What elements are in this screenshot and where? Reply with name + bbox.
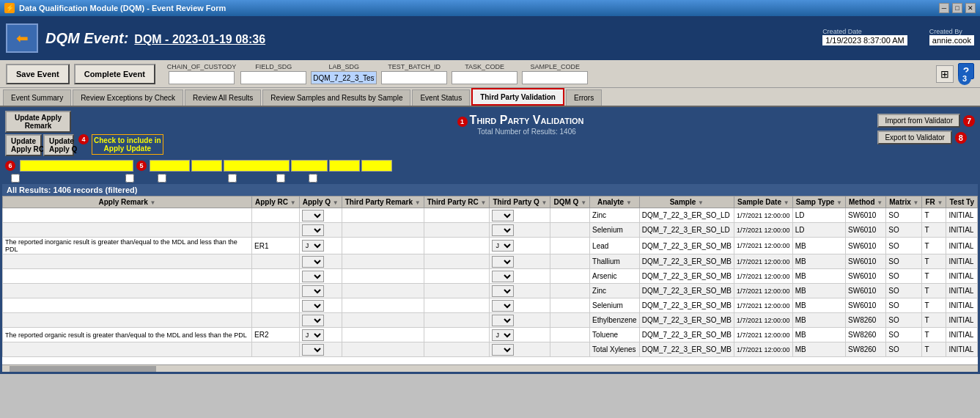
col-sample: Sample ▼ <box>639 197 734 208</box>
badge-5: 5 <box>136 161 147 171</box>
col-apply-q: Apply Q ▼ <box>299 197 342 208</box>
badge-7: 7 <box>963 115 975 127</box>
update-apply-remark-button[interactable]: Update ApplyRemark <box>5 111 71 133</box>
badge-6: 6 <box>5 161 15 171</box>
col-samp-type: Samp Type ▼ <box>792 197 845 208</box>
badge-1: 1 <box>457 117 468 127</box>
tpv-title: Third Party Validation <box>470 114 584 126</box>
table-row: The reported organic result is greater t… <box>3 328 978 342</box>
created-by-value: annie.cook <box>929 35 974 45</box>
filter-rc[interactable] <box>150 160 190 172</box>
table-row: ZincDQM_7_22_3_ER_SO_MB1/7/2021 12:00:00… <box>3 284 978 298</box>
table-row: EthylbenzeneDQM_7_22_3_ER_SO_MB1/7/2021 … <box>3 313 978 328</box>
import-validator-button[interactable]: Import from Validator <box>877 114 960 128</box>
badge-8: 8 <box>955 132 967 144</box>
header-meta: Created Date 1/19/2023 8:37:00 AM Create… <box>822 28 974 48</box>
tab-event-summary[interactable]: Event Summary <box>3 89 71 106</box>
minimize-button[interactable]: ─ <box>939 3 949 13</box>
window-controls: ─ □ ✕ <box>939 3 976 13</box>
close-button[interactable]: ✕ <box>965 3 976 13</box>
nav-tabs: Event Summary Review Exceptions by Check… <box>0 88 980 107</box>
filter-fields: CHAIN_OF_CUSTODY FIELD_SDG LAB_SDG TEST_… <box>167 63 588 84</box>
chain-custody-input[interactable] <box>169 71 235 84</box>
table-row: ZincDQM_7_22_3_ER_SO_LD1/7/2021 12:00:00… <box>3 208 978 223</box>
col-matrix: Matrix ▼ <box>886 197 922 208</box>
task-code-label: TASK_CODE <box>465 63 504 70</box>
task-code-input[interactable] <box>452 71 517 84</box>
update-apply-rc-button[interactable]: UpdateApply RC <box>5 134 42 156</box>
checkbox-apply-q[interactable] <box>158 174 166 183</box>
filter-tp-remark[interactable] <box>224 160 290 172</box>
check-include-label: Check to include inApply Update <box>92 134 163 155</box>
col-analyte: Analyte ▼ <box>590 197 640 208</box>
table-row: ThalliumDQM_7_22_3_ER_SO_MB1/7/2021 12:0… <box>3 254 978 269</box>
test-batch-label: TEST_BATCH_ID <box>388 63 441 70</box>
filter-dqm-q[interactable] <box>361 160 392 172</box>
tpv-total-results: Total Number of Results: 1406 <box>477 128 576 136</box>
badge-4: 4 <box>78 134 89 144</box>
col-test-type: Test Ty <box>946 197 978 208</box>
col-tp-remark: Third Party Remark ▼ <box>342 197 424 208</box>
app-icon: ⚡ <box>4 3 15 13</box>
export-validator-button[interactable]: Export to Validator <box>877 131 952 144</box>
col-fr: FR ▼ <box>922 197 946 208</box>
table-row: SeleniumDQM_7_22_3_ER_SO_LD1/7/2021 12:0… <box>3 223 978 238</box>
created-date-label: Created Date <box>822 28 907 35</box>
save-event-button[interactable]: Save Event <box>6 64 70 84</box>
restore-button[interactable]: □ <box>952 3 962 13</box>
col-apply-rc: Apply RC ▼ <box>252 197 300 208</box>
results-table: Apply Remark ▼ Apply RC ▼ Apply Q ▼ Thir… <box>2 196 978 357</box>
checkbox-tp-rc[interactable] <box>276 174 285 183</box>
field-sdg-input[interactable] <box>240 71 306 84</box>
back-button[interactable]: ⬅ <box>6 23 38 53</box>
col-method: Method ▼ <box>846 197 886 208</box>
col-apply-remark: Apply Remark ▼ <box>3 197 252 208</box>
dqm-event-label: DQM Event: <box>45 30 128 47</box>
col-tp-q: Third Party Q ▼ <box>490 197 550 208</box>
tab-review-exceptions[interactable]: Review Exceptions by Check <box>73 89 183 106</box>
filter-remark[interactable] <box>20 160 133 172</box>
dqm-event-value: DQM - 2023-01-19 08:36 <box>134 33 265 46</box>
records-header: All Results: 1406 records (filtered) <box>2 184 978 196</box>
title-bar: ⚡ Data Qualification Module (DQM) - Even… <box>0 0 980 16</box>
update-apply-q-button[interactable]: UpdateApply Q <box>43 134 74 156</box>
tab-event-status[interactable]: Event Status <box>412 89 470 106</box>
filter-tp-rc[interactable] <box>291 160 328 172</box>
checkbox-apply-remark[interactable] <box>11 174 20 183</box>
tab-errors[interactable]: Errors <box>566 89 602 106</box>
table-row: Total XylenesDQM_7_22_3_ER_SO_MB1/7/2021… <box>3 342 978 357</box>
window-title: Data Qualification Module (DQM) - Event … <box>19 4 226 12</box>
checkbox-apply-rc[interactable] <box>125 174 134 183</box>
complete-event-button[interactable]: Complete Event <box>74 64 155 84</box>
field-sdg-label: FIELD_SDG <box>255 63 292 70</box>
created-date-value: 1/19/2023 8:37:00 AM <box>822 35 907 45</box>
col-tp-rc: Third Party RC ▼ <box>424 197 490 208</box>
badge-3: 3 <box>958 72 971 85</box>
grid-settings-button[interactable]: ⊞ <box>936 65 954 83</box>
sample-code-label: SAMPLE_CODE <box>530 63 580 70</box>
checkbox-tp-remark[interactable] <box>228 174 237 183</box>
tab-review-all[interactable]: Review All Results <box>185 89 261 106</box>
col-sample-date: Sample Date ▼ <box>734 197 792 208</box>
created-by-label: Created By <box>929 28 974 35</box>
checkbox-tp-q[interactable] <box>309 174 317 183</box>
tab-third-party[interactable]: Third Party Validation <box>471 88 564 106</box>
table-row: ArsenicDQM_7_22_3_ER_SO_MB1/7/2021 12:00… <box>3 269 978 284</box>
lab-sdg-input[interactable] <box>311 71 377 84</box>
filter-q[interactable] <box>191 160 222 172</box>
header: ⬅ DQM Event: DQM - 2023-01-19 08:36 Crea… <box>0 16 980 60</box>
test-batch-input[interactable] <box>381 71 447 84</box>
tab-review-samples[interactable]: Review Samples and Results by Sample <box>262 89 410 106</box>
toolbar: Save Event Complete Event CHAIN_OF_CUSTO… <box>0 60 980 88</box>
table-row: SeleniumDQM_7_22_3_ER_SO_MB1/7/2021 12:0… <box>3 298 978 313</box>
horizontal-scrollbar[interactable] <box>2 364 978 372</box>
filter-tp-q[interactable] <box>329 160 360 172</box>
table-row: The reported inorganic result is greater… <box>3 238 978 254</box>
col-dqm-q: DQM Q ▼ <box>550 197 590 208</box>
chain-custody-label: CHAIN_OF_CUSTODY <box>167 63 236 70</box>
sample-code-input[interactable] <box>522 71 588 84</box>
lab-sdg-label: LAB_SDG <box>328 63 359 70</box>
